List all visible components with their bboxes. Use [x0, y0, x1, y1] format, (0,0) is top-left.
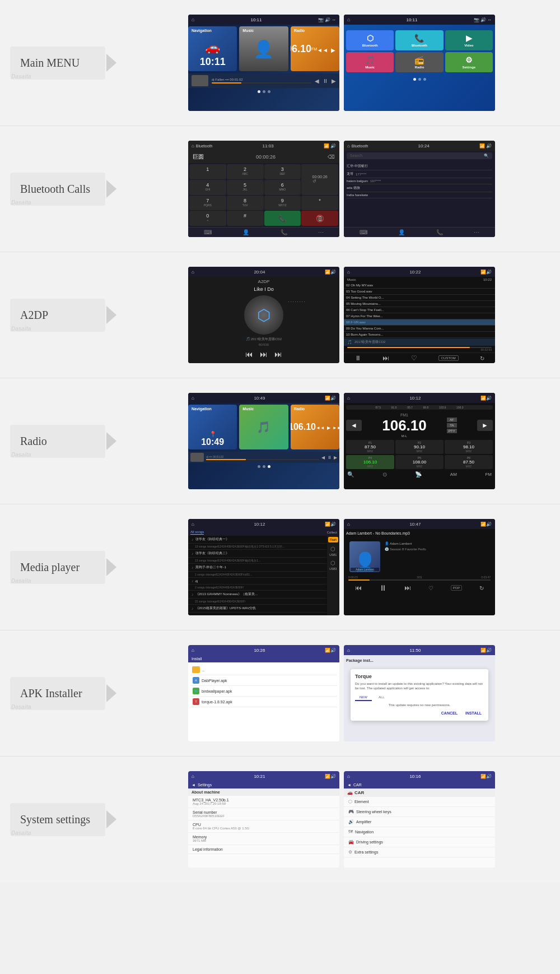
settings-item-2[interactable]: CPU 8 core 64 bit CPU Cortex A53 @ 1.5G	[188, 820, 339, 833]
dial-0[interactable]: 0+	[189, 211, 226, 226]
dial-6[interactable]: 6MNO	[264, 180, 301, 195]
pty-btn[interactable]: PTY	[447, 429, 457, 433]
back-icon-car[interactable]: ◄	[347, 783, 351, 787]
car-item-3[interactable]: 🗺 Navigation	[344, 827, 495, 837]
call-btn[interactable]: 📞	[264, 211, 301, 226]
back-icon-s[interactable]: ◄	[192, 783, 195, 787]
song-3[interactable]: 05 Moving Mountains...	[344, 301, 495, 307]
dial-star[interactable]: *	[301, 196, 338, 211]
dial-4[interactable]: 4GHI	[189, 180, 226, 195]
dial-2[interactable]: 2ABC	[227, 164, 264, 179]
app-settings-grid[interactable]: ⚙ Settings	[445, 52, 493, 72]
backspace-icon[interactable]: ⌫	[328, 154, 335, 160]
app-bluetooth[interactable]: ⬡ Bluetooth	[346, 30, 394, 50]
r-play[interactable]: ⏸	[327, 455, 332, 460]
settings-item-0[interactable]: MTC3_HA_V2.50b.1 Aug 24 2017 20:18:59	[188, 796, 339, 808]
preset-p6[interactable]: P6 87.50 MHZ	[445, 455, 493, 469]
heart-np[interactable]: ♡	[428, 585, 433, 591]
music-card[interactable]: Music 👤	[239, 26, 288, 71]
app-music[interactable]: 🎵 Music	[346, 52, 394, 72]
prev-icon[interactable]: ◄◄	[317, 47, 328, 53]
more-icon-2[interactable]: ⋯	[474, 229, 479, 235]
radio-card[interactable]: Radio 106.10 FM ◄◄ ▶ ►►	[291, 26, 339, 71]
more-icon-bt[interactable]: ⋯	[318, 229, 324, 235]
contact-2[interactable]: hatem belgum 197****	[347, 178, 492, 184]
dial-1[interactable]: 1	[189, 164, 226, 179]
prev-track-r[interactable]: ◄◄	[316, 425, 325, 430]
car-item-1[interactable]: 🎮 Steering wheel keys	[344, 807, 495, 817]
play-pause-a2dp[interactable]: ⏭	[260, 350, 268, 359]
media-song-1[interactable]: ♪ 张学友《聆听经典二》	[188, 550, 326, 558]
preset-p3[interactable]: P3 98.10 MHZ	[445, 440, 493, 454]
contacts-icon-2[interactable]: 👤	[398, 229, 405, 235]
app-bluetooth2[interactable]: 📞 Bluetooth	[395, 30, 443, 50]
loop-np[interactable]: ↻	[479, 585, 484, 591]
app-radio-grid[interactable]: 📻 Radio	[395, 52, 443, 72]
ta-btn[interactable]: TA	[447, 423, 457, 428]
phone-bottom-icon[interactable]: 📞	[281, 229, 287, 235]
car-item-4[interactable]: 🚘 Driving settings	[344, 837, 495, 847]
next-freq-btn[interactable]: ►	[477, 420, 493, 431]
media-song-4[interactable]: ♪ 《2013 GRAMMY Nominees》（格莱美...	[188, 591, 326, 599]
end-call-btn[interactable]: 📵	[301, 211, 338, 226]
pause-icon-bottom-mm[interactable]: ⏸	[323, 78, 328, 84]
apk-file-1[interactable]: 🐦 birdwallpaper.apk	[190, 686, 337, 697]
contacts-icon-bt[interactable]: 👤	[242, 229, 249, 235]
keypad-icon-2[interactable]: ⌨	[360, 229, 367, 235]
tab-new[interactable]: NEW	[355, 694, 372, 701]
r-prev[interactable]: ◀	[321, 455, 325, 460]
car-item-5[interactable]: ⚙ Extra settings	[344, 847, 495, 857]
tab-all[interactable]: ALL	[374, 694, 389, 701]
preset-p2[interactable]: P2 90.10 MHZ	[395, 440, 444, 454]
car-item-0[interactable]: ⬡ Element	[344, 797, 495, 807]
song-8[interactable]: 10 Born Again Tomorro...	[344, 332, 495, 338]
next-track-r[interactable]: ►►	[333, 425, 339, 430]
r-next[interactable]: ▶	[334, 455, 337, 460]
am-btn[interactable]: AM	[450, 472, 457, 477]
next-btn[interactable]: ⏭	[382, 354, 389, 362]
dial-hash[interactable]: #	[227, 211, 264, 226]
next-np[interactable]: ⏭	[404, 584, 411, 592]
play-icon-bottom-mm[interactable]: ◀	[315, 78, 319, 84]
next-icon-bottom-mm[interactable]: ▶	[332, 78, 336, 84]
play-icon-radio[interactable]: ▶	[331, 47, 335, 53]
app-video[interactable]: ▶ Video	[445, 30, 493, 50]
apk-folder-row[interactable]: ..	[190, 665, 337, 675]
keypad-icon[interactable]: ⌨	[204, 229, 212, 235]
nav-card[interactable]: Navigation 🚗 10:11	[188, 26, 237, 71]
song-2[interactable]: 04 Setting The World O...	[344, 295, 495, 301]
song-5[interactable]: 07 Hymn For The Wee...	[344, 313, 495, 319]
pause-np[interactable]: ⏸	[379, 583, 387, 592]
song-0[interactable]: 02 Oh My MY.wav	[344, 282, 495, 289]
search-bar-bt[interactable]: Search 🔍	[347, 152, 492, 159]
contact-4[interactable]: India harekete	[347, 192, 492, 198]
dial-8[interactable]: 8TUV	[227, 196, 264, 211]
pause-btn[interactable]: ⏸	[354, 354, 361, 362]
prev-freq-btn[interactable]: ◄	[346, 420, 362, 431]
settings-item-3[interactable]: Memory 3971 MB	[188, 833, 339, 845]
seek-left-btn[interactable]: 🔍	[347, 471, 354, 477]
preset-p1[interactable]: P1 87.50 MHZ	[346, 440, 394, 454]
prev-np[interactable]: ⏮	[355, 584, 362, 592]
install-btn-apk[interactable]: INSTALL	[463, 710, 484, 716]
media-song-5[interactable]: ♪ 《2015格莱美的璀璨》UPDTS-WAV分轨	[188, 605, 326, 613]
apk-file-2[interactable]: T torque-1.8.92.apk	[190, 697, 337, 707]
custom-btn[interactable]: CUSTOM	[438, 355, 459, 361]
radio-nav-card[interactable]: Navigation 📍 10:49	[188, 405, 237, 449]
apk-file-0[interactable]: A DabPlayer.apk	[190, 675, 337, 686]
next-icon[interactable]: ►►	[338, 47, 339, 53]
phone-icon-2[interactable]: 📞	[436, 229, 443, 235]
all-songs-filter[interactable]: All songs	[190, 530, 204, 535]
dial-9[interactable]: 9WXYZ	[264, 196, 301, 211]
song-4[interactable]: 06 Can't Stop The Feeli...	[344, 307, 495, 313]
media-song-2[interactable]: ♪ 黑鸭子-伴你二十年-1	[188, 564, 326, 572]
seek-circle-btn[interactable]: ⊙	[382, 471, 387, 477]
media-song-0[interactable]: ♪ 张学友《聆听经典一》	[188, 536, 326, 544]
skip-back-a2dp[interactable]: ⏮	[245, 350, 253, 359]
radio-freq-card[interactable]: Radio 106.10 ◄◄ ▶ ►►	[291, 405, 339, 449]
skip-fwd-a2dp[interactable]: ⏭	[274, 350, 282, 359]
song-6-active[interactable]: 08 F-VR.wav	[344, 319, 495, 326]
fm-btn[interactable]: FM	[485, 472, 492, 477]
dial-3[interactable]: 3DEF	[264, 164, 301, 179]
dial-5[interactable]: 5JKL	[227, 180, 264, 195]
